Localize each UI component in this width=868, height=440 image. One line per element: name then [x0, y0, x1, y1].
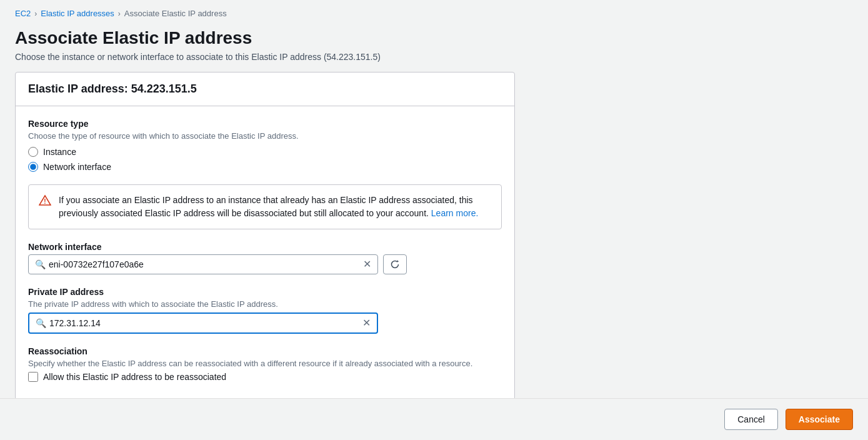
breadcrumb-ec2[interactable]: EC2	[15, 9, 31, 18]
radio-instance-label: Instance	[43, 147, 76, 157]
resource-type-radio-group: Instance Network interface	[28, 147, 502, 172]
resource-type-section: Resource type Choose the type of resourc…	[28, 119, 502, 172]
radio-network-input[interactable]	[28, 162, 38, 172]
private-ip-desc: The private IP address with which to ass…	[28, 299, 502, 309]
radio-network-label: Network interface	[43, 162, 111, 172]
warning-icon: !	[39, 194, 51, 207]
reassociation-section: Reassociation Specify whether the Elasti…	[28, 346, 502, 382]
associate-card: Elastic IP address: 54.223.151.5 Resourc…	[15, 72, 515, 400]
reassociation-label: Reassociation	[28, 346, 502, 356]
reassociation-checkbox-item[interactable]: Allow this Elastic IP address to be reas…	[28, 372, 502, 382]
footer-actions: Cancel Associate	[0, 398, 868, 440]
warning-text: If you associate an Elastic IP address t…	[59, 194, 491, 220]
private-ip-search-icon: 🔍	[36, 318, 46, 328]
page-title: Associate Elastic IP address	[15, 28, 853, 48]
cancel-button[interactable]: Cancel	[724, 409, 778, 430]
breadcrumb-elastic-ip[interactable]: Elastic IP addresses	[41, 9, 114, 18]
radio-network-interface[interactable]: Network interface	[28, 162, 502, 172]
resource-type-desc: Choose the type of resource with which t…	[28, 131, 502, 141]
network-interface-refresh-button[interactable]	[383, 254, 407, 274]
private-ip-section: Private IP address The private IP addres…	[28, 287, 502, 334]
radio-instance[interactable]: Instance	[28, 147, 502, 157]
breadcrumb-sep-1: ›	[34, 9, 37, 18]
reassociation-checkbox-label: Allow this Elastic IP address to be reas…	[43, 372, 226, 382]
private-ip-input[interactable]	[29, 314, 377, 332]
resource-type-label: Resource type	[28, 119, 502, 129]
reassociation-checkbox[interactable]	[28, 372, 38, 382]
learn-more-link[interactable]: Learn more.	[431, 208, 478, 218]
svg-text:!: !	[44, 198, 46, 205]
refresh-icon	[390, 259, 400, 269]
breadcrumb-current: Associate Elastic IP address	[124, 9, 227, 18]
page-subtitle: Choose the instance or network interface…	[15, 52, 853, 62]
warning-box: ! If you associate an Elastic IP address…	[28, 184, 502, 229]
associate-button[interactable]: Associate	[786, 409, 853, 430]
page-header: Associate Elastic IP address Choose the …	[0, 23, 868, 72]
network-interface-input[interactable]	[29, 255, 377, 274]
private-ip-label: Private IP address	[28, 287, 502, 297]
main-content: Elastic IP address: 54.223.151.5 Resourc…	[0, 72, 868, 415]
card-header: Elastic IP address: 54.223.151.5	[16, 72, 514, 106]
network-interface-input-container: 🔍 ✕	[28, 254, 378, 274]
network-interface-section: Network interface 🔍 ✕	[28, 242, 502, 274]
private-ip-input-container: 🔍 ✕	[28, 312, 378, 334]
breadcrumb: EC2 › Elastic IP addresses › Associate E…	[0, 0, 868, 23]
network-interface-label: Network interface	[28, 242, 502, 252]
network-interface-search-icon: 🔍	[35, 259, 46, 269]
breadcrumb-sep-2: ›	[118, 9, 121, 18]
reassociation-desc: Specify whether the Elastic IP address c…	[28, 359, 502, 368]
network-interface-input-wrapper: 🔍 ✕	[28, 254, 502, 274]
network-interface-clear-button[interactable]: ✕	[363, 259, 371, 269]
card-body: Resource type Choose the type of resourc…	[16, 106, 514, 399]
radio-instance-input[interactable]	[28, 147, 38, 157]
private-ip-clear-button[interactable]: ✕	[362, 318, 371, 328]
card-header-title: Elastic IP address: 54.223.151.5	[28, 82, 197, 95]
